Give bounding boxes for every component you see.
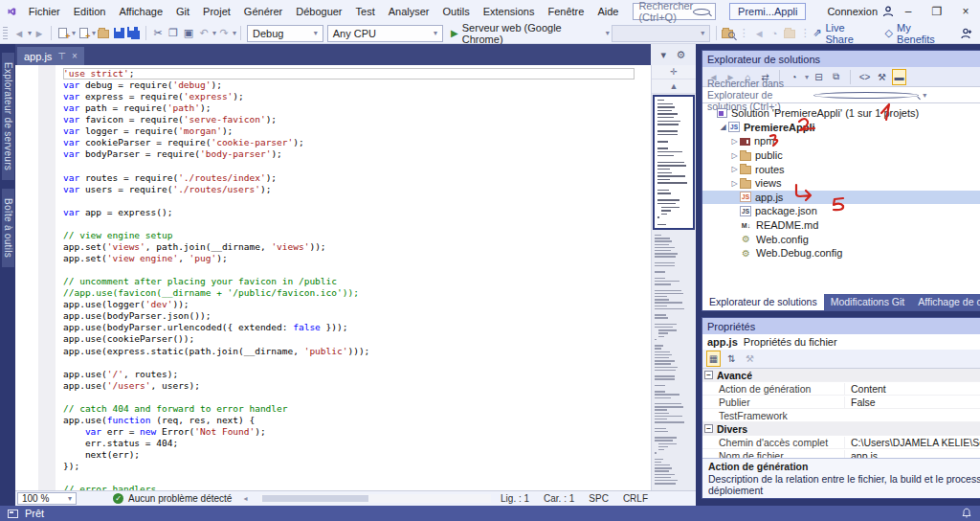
copy-icon[interactable]: ❐: [166, 25, 181, 42]
cut-icon[interactable]: ✂: [150, 25, 166, 42]
split-editor-handle[interactable]: ✛: [652, 65, 696, 79]
horizontal-scrollbar-thumb[interactable]: [262, 495, 368, 502]
document-tab-appjs[interactable]: app.js ⊤ ×: [17, 47, 84, 65]
editor-zoom-select[interactable]: 100 % ▾: [17, 492, 77, 505]
live-share-button[interactable]: ⇗ Live Share: [813, 22, 875, 45]
more-dots-icon[interactable]: ⋮: [797, 25, 813, 42]
add-item-icon[interactable]: [76, 25, 91, 42]
code-line[interactable]: var cookieParser = require('cookie-parse…: [63, 137, 635, 148]
scroll-up-button[interactable]: ▲: [652, 79, 696, 94]
collapse-all-icon[interactable]: ⊟: [812, 69, 826, 85]
redo-icon[interactable]: ↷: [216, 25, 232, 42]
code-line[interactable]: app.use(bodyParser.urlencoded({ extended…: [63, 322, 635, 333]
my-benefits-button[interactable]: ◇ My Benefits: [885, 22, 952, 45]
breakpoint-margin[interactable]: [38, 65, 56, 490]
column-indicator[interactable]: Car. : 1: [544, 493, 574, 504]
tree-item-readme-md[interactable]: M↓README.md: [702, 218, 980, 233]
menu-dboguer[interactable]: Déboguer: [289, 0, 348, 23]
server-explorer-vertical-tab[interactable]: Explorateur de serveurs: [2, 53, 14, 180]
menu-affichage[interactable]: Affichage: [112, 0, 169, 23]
code-line[interactable]: // error handlers: [63, 484, 635, 490]
expand-icon[interactable]: ▷: [729, 137, 740, 146]
property-row[interactable]: Action de générationContent: [702, 382, 980, 396]
horizontal-scrollbar[interactable]: [260, 494, 491, 503]
code-line[interactable]: var routes = require('./routes/index');: [63, 172, 635, 184]
properties-title-bar[interactable]: Propriétés ▾ ⊤ ×: [702, 318, 980, 334]
menu-projet[interactable]: Projet: [196, 0, 237, 23]
quick-search-box[interactable]: Rechercher (Ctrl+Q): [633, 3, 716, 20]
property-row[interactable]: Chemin d'accès completC:\Users\DJAMELA K…: [702, 436, 980, 449]
properties-icon[interactable]: ⚒: [875, 69, 889, 85]
collapse-category-icon[interactable]: −: [704, 424, 713, 433]
tab-class-view[interactable]: Affichage de classes: [911, 294, 980, 310]
menu-gnrer[interactable]: Générer: [237, 0, 289, 23]
code-line[interactable]: var err = new Error('Not Found');: [63, 426, 635, 438]
code-line[interactable]: //app.use(favicon(__dirname + '/public/f…: [63, 287, 635, 299]
property-row[interactable]: Nom de fichierapp.js: [702, 449, 980, 458]
no-problems-icon[interactable]: ✓: [113, 493, 123, 504]
tree-item-package-json[interactable]: JSpackage.json: [702, 204, 980, 218]
scroll-left-icon[interactable]: ◂: [243, 494, 247, 503]
empty-toolbar-select[interactable]: ▾: [612, 25, 711, 42]
pin-icon[interactable]: ⊤: [57, 51, 66, 61]
code-line[interactable]: var favicon = require('serve-favicon');: [63, 114, 635, 125]
navigate-back-icon[interactable]: ◄: [11, 25, 27, 42]
back-icon[interactable]: ◄: [706, 69, 721, 85]
navigate-forward-icon[interactable]: ►: [32, 25, 47, 42]
code-line[interactable]: app.set('views', path.join(__dirname, 'v…: [63, 241, 635, 253]
code-line[interactable]: [63, 218, 635, 230]
tree-item-public[interactable]: ▷public: [702, 148, 980, 163]
property-row[interactable]: TestFramework: [702, 409, 980, 422]
menu-test[interactable]: Test: [349, 0, 382, 23]
tree-item-web-config[interactable]: ⚙Web.config: [702, 232, 980, 246]
code-line[interactable]: });: [63, 461, 635, 472]
code-line[interactable]: var users = require('./routes/users');: [63, 184, 635, 195]
solution-platform-select[interactable]: Any CPU ▾: [327, 25, 443, 42]
solution-explorer-title-bar[interactable]: Explorateur de solutions ▾ ⊤ ×: [702, 51, 980, 67]
close-icon[interactable]: ×: [72, 51, 78, 61]
new-project-icon[interactable]: [56, 25, 71, 42]
code-line[interactable]: app.use(logger('dev'));: [63, 299, 635, 310]
save-all-icon[interactable]: [126, 25, 142, 42]
menu-edition[interactable]: Edition: [67, 0, 113, 23]
show-all-files-icon[interactable]: ⧉: [829, 69, 843, 85]
code-line[interactable]: var path = require('path');: [63, 102, 635, 114]
tree-item-npm[interactable]: ▷npm: [702, 134, 980, 148]
menu-fichier[interactable]: Fichier: [22, 0, 67, 23]
gear-icon[interactable]: ⚙: [677, 49, 686, 61]
minimize-button[interactable]: –: [894, 0, 923, 23]
code-line[interactable]: app.set('view engine', 'pug');: [63, 253, 635, 264]
code-line[interactable]: // view engine setup: [63, 230, 635, 241]
tab-git-changes[interactable]: Modifications Git: [824, 294, 912, 310]
folder-disabled-icon[interactable]: [782, 25, 797, 42]
collapse-icon[interactable]: ◢: [718, 123, 728, 131]
properties-object-selector[interactable]: app.js Propriétés du fichier ▾: [702, 334, 980, 350]
expand-icon[interactable]: ▷: [729, 179, 740, 188]
menu-analyser[interactable]: Analyser: [382, 0, 436, 23]
property-pages-icon[interactable]: ⚒: [743, 351, 757, 367]
navigate-previous-icon[interactable]: ◄: [751, 25, 767, 42]
code-line[interactable]: next(err);: [63, 449, 635, 461]
code-line[interactable]: app.use(express.static(path.join(__dirna…: [63, 346, 635, 357]
tree-item-premiereappli[interactable]: ◢JSPremiereAppli: [702, 121, 980, 135]
code-line[interactable]: var express = require('express');: [63, 91, 635, 102]
code-line[interactable]: app.use('/users', users);: [63, 380, 635, 392]
menu-fentre[interactable]: Fenêtre: [541, 0, 590, 23]
start-debugging-button[interactable]: ▶ Serveur web (Google Chrome) ▾: [451, 25, 610, 42]
scrollbar-viewport-thumb[interactable]: [653, 95, 695, 230]
code-text-area[interactable]: 'use strict';var debug = require('debug'…: [63, 68, 635, 490]
save-icon[interactable]: [111, 25, 126, 42]
vertical-scrollbar-map[interactable]: ✛ ▲: [651, 65, 696, 490]
undo-icon[interactable]: ↶: [196, 25, 212, 42]
categorized-icon[interactable]: ▦: [706, 351, 721, 367]
maximize-button[interactable]: ❐: [923, 0, 951, 23]
code-line[interactable]: [63, 161, 635, 172]
code-line[interactable]: [63, 264, 635, 276]
expand-icon[interactable]: ▷: [729, 165, 740, 173]
code-editor[interactable]: 'use strict';var debug = require('debug'…: [15, 65, 696, 490]
sign-in-button[interactable]: Connexion: [827, 6, 894, 17]
preview-selected-items-icon[interactable]: ▬: [892, 69, 906, 85]
code-line[interactable]: 'use strict';: [63, 68, 635, 79]
code-line[interactable]: // catch 404 and forward to error handle…: [63, 403, 635, 415]
code-line[interactable]: app.use(bodyParser.json());: [63, 310, 635, 322]
